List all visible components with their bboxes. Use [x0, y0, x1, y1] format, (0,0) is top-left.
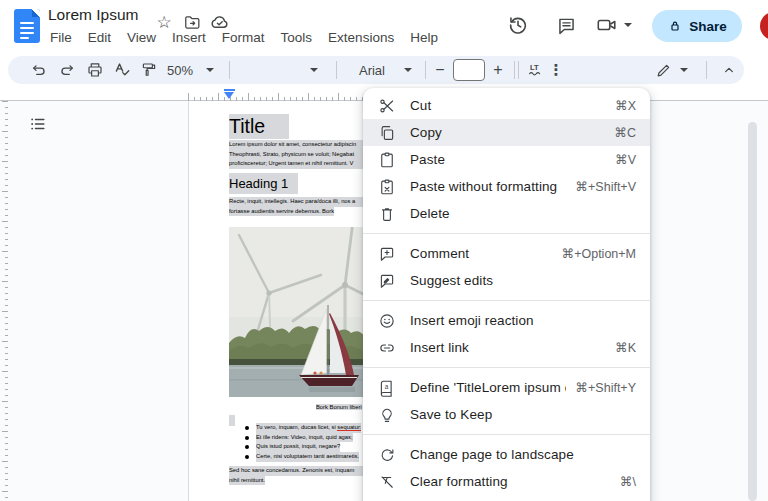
font-select[interactable]: Arial	[348, 56, 396, 84]
font-size-input[interactable]	[453, 59, 485, 81]
hide-menus-button[interactable]	[716, 56, 742, 84]
divider	[229, 61, 230, 79]
context-item-label: Define 'TitleLorem ipsum do...'	[410, 380, 566, 395]
zoom-caret[interactable]	[202, 56, 218, 84]
context-item-change-page-to-landscape[interactable]: Change page to landscape	[363, 441, 650, 468]
menu-tools[interactable]: Tools	[273, 28, 321, 47]
link-icon	[378, 339, 396, 357]
google-docs-logo[interactable]	[14, 9, 40, 43]
context-item-clear-formatting[interactable]: Clear formatting ⌘\	[363, 468, 650, 495]
decrease-font-size-button[interactable]: −	[430, 56, 450, 84]
context-item-shortcut: ⌘V	[615, 152, 636, 167]
context-item-label: Paste	[410, 152, 605, 167]
context-item-cut[interactable]: Cut ⌘X	[363, 92, 650, 119]
suggest-edits-icon	[378, 272, 396, 290]
selected-empty-line	[229, 415, 235, 426]
context-item-save-to-keep[interactable]: Save to Keep	[363, 401, 650, 428]
context-item-comment[interactable]: Comment ⌘+Option+M	[363, 240, 650, 267]
meet-video-icon[interactable]	[594, 11, 634, 39]
menu-extensions[interactable]: Extensions	[320, 28, 402, 47]
comment-icon	[378, 245, 396, 263]
context-item-label: Copy	[410, 125, 604, 140]
bullet-list: Tu vero, inquam, ducas licet, si sequatu…	[245, 423, 361, 462]
context-item-delete[interactable]: Delete	[363, 200, 650, 227]
context-item-label: Cut	[410, 98, 605, 113]
font-caret[interactable]	[400, 56, 416, 84]
docs-logo-fold	[32, 9, 40, 17]
comments-icon[interactable]	[552, 11, 580, 39]
account-avatar[interactable]	[760, 12, 768, 40]
paint-format-button[interactable]	[136, 56, 162, 84]
context-item-shortcut: ⌘+Option+M	[562, 246, 636, 261]
editing-mode-pencil-button[interactable]	[650, 56, 676, 84]
divider	[336, 61, 337, 79]
doc-heading-1: Heading 1	[229, 173, 298, 194]
context-item-copy[interactable]: Copy ⌘C	[363, 119, 650, 146]
paragraph-line: Sed hoc sane concedamus. Zenonis est, in…	[229, 466, 371, 476]
toolbar: 50% Arial − + LT	[8, 56, 744, 84]
languagetool-icon[interactable]: LT	[522, 56, 548, 84]
vertical-scrollbar[interactable]	[748, 122, 757, 501]
list-item: Certe, nisi voluptatem tanti aestimareti…	[245, 452, 361, 462]
menu-separator	[363, 434, 650, 435]
context-item-label: Comment	[410, 246, 552, 261]
context-item-insert-link[interactable]: Insert link ⌘K	[363, 334, 650, 361]
paragraph-line: Theophrasti, Strato, physicum se voluit;…	[229, 150, 371, 160]
paragraph-line: Lorem ipsum dolor sit amet, consectetur …	[229, 140, 371, 150]
context-item-insert-emoji-reaction[interactable]: Insert emoji reaction	[363, 307, 650, 334]
image-caption: Bork Bonum liberi	[316, 403, 362, 412]
paste-icon	[378, 151, 396, 169]
context-item-label: Change page to landscape	[410, 447, 626, 462]
divider	[518, 61, 519, 79]
context-item-label: Save to Keep	[410, 407, 626, 422]
google-docs-app: Lorem Ipsum ☆ File Edit View Insert Form…	[0, 0, 768, 501]
menu-separator	[363, 233, 650, 234]
lock-icon	[667, 18, 683, 34]
context-item-shortcut: ⌘C	[614, 125, 636, 140]
print-button[interactable]	[82, 56, 108, 84]
share-button[interactable]: Share	[652, 10, 742, 42]
context-item-label: Insert emoji reaction	[410, 313, 626, 328]
menu-view[interactable]: View	[119, 28, 164, 47]
paragraph-line: proficisceretur; Urgent tamen et nihil r…	[229, 159, 371, 169]
context-item-shortcut: ⌘X	[615, 98, 636, 113]
redo-button[interactable]	[54, 56, 80, 84]
spell-check-button[interactable]	[109, 56, 135, 84]
divider	[706, 61, 707, 79]
context-item-paste-without-formatting[interactable]: Paste without formatting ⌘+Shift+V	[363, 173, 650, 200]
document-title[interactable]: Lorem Ipsum	[48, 6, 138, 24]
svg-text:a: a	[385, 383, 389, 390]
menu-file[interactable]: File	[42, 28, 80, 47]
context-item-shortcut: ⌘+Shift+V	[576, 179, 636, 194]
more-toolbar-options-button[interactable]: ⋮	[546, 56, 566, 84]
paragraph-line: Recte, inquit, intellegis. Haec para/doc…	[229, 197, 371, 207]
menu-insert[interactable]: Insert	[164, 28, 214, 47]
context-item-paste[interactable]: Paste ⌘V	[363, 146, 650, 173]
document-image-windturbines-sailboat[interactable]	[229, 227, 379, 397]
styles-select[interactable]	[240, 56, 306, 84]
editing-mode-caret[interactable]	[676, 56, 692, 84]
keep-icon	[378, 406, 396, 424]
context-item-label: Delete	[410, 206, 626, 221]
context-item-suggest-edits[interactable]: Suggest edits	[363, 267, 650, 294]
list-item: Quis istud possit, inquit, negare?	[245, 442, 361, 452]
copy-icon	[378, 124, 396, 142]
styles-caret[interactable]	[306, 56, 322, 84]
context-item-shortcut: ⌘+Shift+Y	[576, 380, 636, 395]
increase-font-size-button[interactable]: +	[488, 56, 508, 84]
undo-button[interactable]	[26, 56, 52, 84]
list-item: Tu vero, inquam, ducas licet, si sequatu…	[245, 423, 361, 433]
indent-marker[interactable]	[224, 89, 235, 99]
vertical-ruler	[0, 101, 8, 501]
list-item: Et ille ridens: Video, inquit, quid agas…	[245, 433, 361, 443]
context-menu: Cut ⌘X Copy ⌘C Paste ⌘V	[363, 88, 650, 501]
context-item-define[interactable]: a Define 'TitleLorem ipsum do...' ⌘+Shif…	[363, 374, 650, 401]
menu-help[interactable]: Help	[402, 28, 446, 47]
menu-format[interactable]: Format	[214, 28, 273, 47]
context-item-label: Insert link	[410, 340, 605, 355]
zoom-select[interactable]: 50%	[160, 56, 200, 84]
menu-edit[interactable]: Edit	[80, 28, 119, 47]
context-item-label: Suggest edits	[410, 273, 626, 288]
version-history-icon[interactable]	[504, 11, 532, 39]
show-outline-icon[interactable]	[26, 112, 50, 136]
